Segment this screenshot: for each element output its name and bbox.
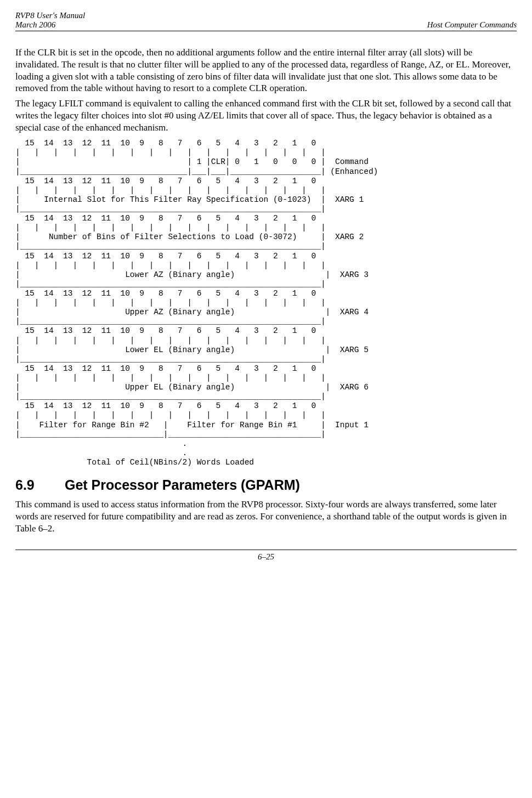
paragraph-gparm: This command is used to access status in…: [15, 499, 517, 534]
header-manual-title: RVP8 User's Manual: [15, 11, 85, 20]
header-section-title: Host Computer Commands: [427, 20, 517, 29]
page-number: 6–25: [15, 552, 517, 562]
bitfield-diagram: 15 14 13 12 11 10 9 8 7 6 5 4 3 2 1 0 | …: [15, 139, 517, 467]
paragraph-clr-bit: If the CLR bit is set in the opcode, the…: [15, 47, 517, 94]
header-left: RVP8 User's Manual March 2006: [15, 11, 85, 30]
paragraph-legacy-lfilt: The legacy LFILT command is equivalent t…: [15, 98, 517, 133]
section-number: 6.9: [15, 477, 65, 493]
header-date: March 2006: [15, 20, 85, 30]
footer-rule: [15, 550, 517, 550]
header-right: Host Computer Commands: [427, 20, 517, 30]
section-title: Get Processor Parameters (GPARM): [65, 477, 300, 493]
page-header: RVP8 User's Manual March 2006 Host Compu…: [15, 11, 517, 30]
section-heading: 6.9Get Processor Parameters (GPARM): [15, 477, 517, 493]
header-rule: [15, 31, 517, 31]
